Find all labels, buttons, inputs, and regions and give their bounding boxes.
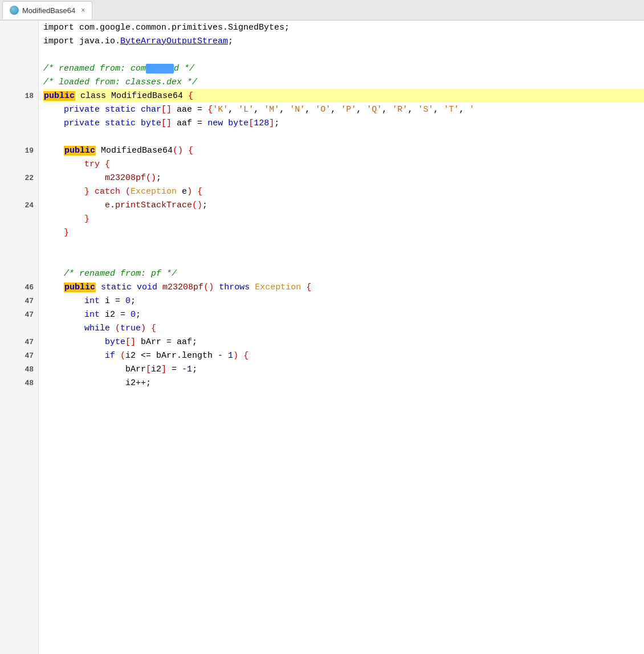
line-num-blank7 [5,116,38,130]
code-line-constructor: public ModifiedBase64() { [43,144,644,157]
window: ModifiedBase64 × 18 19 22 24 [0,0,644,654]
code-line-close-constructor: } [43,226,644,239]
line-num-blank6 [5,103,38,116]
code-line-barr-assign: bArr[i2] = -1; [43,362,644,376]
line-num-blank14 [5,253,38,267]
code-line-close-catch: } [43,212,644,226]
code-line-empty1 [43,48,644,62]
editor-container: 18 19 22 24 46 47 47 47 47 48 48 [0,21,644,654]
code-line-i2pp: i2++; [43,376,644,390]
line-num-blank11 [5,212,38,226]
line-num-blank12 [5,226,38,239]
java-file-icon [10,6,19,15]
code-line-import2: import java.io.ByteArrayOutputStream; [43,34,644,48]
line-num-blank10 [5,185,38,198]
line-num-47c: 47 [5,335,38,349]
code-line-comment2: /* loaded from: classes.dex */ [43,75,644,89]
code-line-method-decl: public static void m23208pf() throws Exc… [43,280,644,294]
code-line-comment-pf: /* renamed from: pf */ [43,267,644,280]
line-num-48a: 48 [5,362,38,376]
code-line-empty2 [43,130,644,144]
code-line-empty4 [43,253,644,267]
line-num-48b: 48 [5,376,38,390]
code-line-method-call: m23208pf(); [43,171,644,185]
code-line-catch: } catch (Exception e) { [43,185,644,198]
line-num-blank5 [5,75,38,89]
line-num-blank1 [5,21,38,34]
code-line-int-i: int i = 0; [43,294,644,308]
line-num-47b: 47 [5,308,38,321]
tab-bar: ModifiedBase64 × [0,0,644,21]
line-num-24: 24 [5,198,38,212]
code-area[interactable]: import com.google.common.primitives.Sign… [39,21,644,654]
line-num-blank16 [5,321,38,335]
tab-close-button[interactable]: × [81,6,85,14]
line-num-47d: 47 [5,349,38,362]
line-num-blank3 [5,48,38,62]
code-line-class-decl: public class ModifiedBase64 { [43,89,644,103]
left-margin [0,21,5,654]
line-num-22: 22 [5,171,38,185]
code-line-field2: private static byte[] aaf = new byte[128… [43,116,644,130]
code-line-try: try { [43,157,644,171]
line-num-blank13 [5,239,38,253]
code-line-field1: private static char[] aae = {'K', 'L', '… [43,103,644,116]
code-line-int-i2: int i2 = 0; [43,308,644,321]
line-num-blank15 [5,267,38,280]
line-num-blank4 [5,62,38,75]
editor-tab[interactable]: ModifiedBase64 × [2,1,92,19]
code-line-while: while (true) { [43,321,644,335]
code-line-comment1: /* renamed from: com d */ [43,62,644,75]
tab-title: ModifiedBase64 [22,6,75,15]
line-number-gutter: 18 19 22 24 46 47 47 47 47 48 48 [5,21,39,654]
code-line-print-stack: e.printStackTrace(); [43,198,644,212]
code-line-if-stmt: if (i2 <= bArr.length - 1) { [43,349,644,362]
line-num-blank2 [5,34,38,48]
line-num-46: 46 [5,280,38,294]
line-num-47a: 47 [5,294,38,308]
line-num-18: 18 [5,89,38,103]
line-num-blank8 [5,130,38,144]
line-num-blank9 [5,157,38,171]
code-line-byte-arr: byte[] bArr = aaf; [43,335,644,349]
line-num-19: 19 [5,144,38,157]
code-line-import1: import com.google.common.primitives.Sign… [43,21,644,34]
code-line-empty3 [43,239,644,253]
